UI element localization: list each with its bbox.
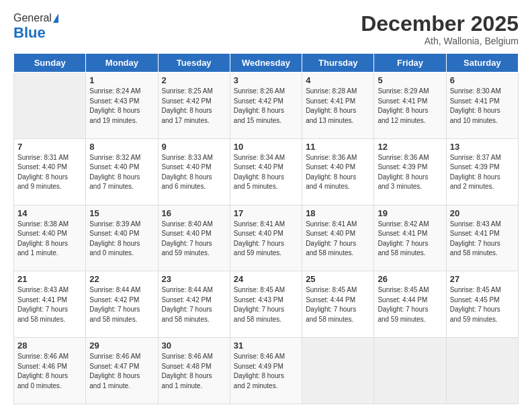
day-number: 29 [89,340,154,351]
day-info: Sunrise: 8:28 AM Sunset: 4:41 PM Dayligh… [306,87,370,126]
header: General Blue December 2025 Ath, Wallonia… [13,12,519,46]
day-info: Sunrise: 8:45 AM Sunset: 4:43 PM Dayligh… [234,285,298,324]
calendar-cell: 8Sunrise: 8:32 AM Sunset: 4:40 PM Daylig… [86,138,158,205]
day-info: Sunrise: 8:42 AM Sunset: 4:41 PM Dayligh… [378,220,442,259]
calendar-cell: 1Sunrise: 8:24 AM Sunset: 4:43 PM Daylig… [86,73,158,139]
calendar-cell: 20Sunrise: 8:43 AM Sunset: 4:41 PM Dayli… [446,205,518,271]
day-info: Sunrise: 8:39 AM Sunset: 4:40 PM Dayligh… [89,220,154,259]
calendar-cell [446,338,518,404]
day-info: Sunrise: 8:41 AM Sunset: 4:40 PM Dayligh… [234,220,298,259]
calendar-cell: 28Sunrise: 8:46 AM Sunset: 4:46 PM Dayli… [14,338,86,404]
calendar-cell: 2Sunrise: 8:25 AM Sunset: 4:42 PM Daylig… [158,73,230,139]
calendar-cell: 26Sunrise: 8:45 AM Sunset: 4:44 PM Dayli… [374,271,446,338]
day-info: Sunrise: 8:38 AM Sunset: 4:40 PM Dayligh… [17,220,82,259]
calendar-cell: 16Sunrise: 8:40 AM Sunset: 4:40 PM Dayli… [158,205,230,271]
calendar-cell: 31Sunrise: 8:46 AM Sunset: 4:49 PM Dayli… [230,338,302,404]
title-section: December 2025 Ath, Wallonia, Belgium [361,12,519,46]
calendar-cell [302,338,374,404]
calendar-cell [374,338,446,404]
day-number: 12 [378,142,442,152]
day-number: 27 [450,274,515,284]
day-info: Sunrise: 8:24 AM Sunset: 4:43 PM Dayligh… [89,87,154,126]
calendar-cell: 4Sunrise: 8:28 AM Sunset: 4:41 PM Daylig… [302,73,374,139]
day-info: Sunrise: 8:33 AM Sunset: 4:40 PM Dayligh… [162,153,226,192]
day-info: Sunrise: 8:41 AM Sunset: 4:40 PM Dayligh… [306,220,370,259]
day-info: Sunrise: 8:26 AM Sunset: 4:42 PM Dayligh… [234,87,298,126]
calendar-cell: 22Sunrise: 8:44 AM Sunset: 4:42 PM Dayli… [86,271,158,338]
calendar-cell: 24Sunrise: 8:45 AM Sunset: 4:43 PM Dayli… [230,271,302,338]
day-number: 10 [234,142,298,152]
day-info: Sunrise: 8:45 AM Sunset: 4:45 PM Dayligh… [450,285,515,324]
logo-triangle-icon [53,13,58,23]
calendar-table: SundayMondayTuesdayWednesdayThursdayFrid… [13,53,519,404]
calendar-cell: 17Sunrise: 8:41 AM Sunset: 4:40 PM Dayli… [230,205,302,271]
day-number: 16 [162,208,226,218]
calendar-cell: 6Sunrise: 8:30 AM Sunset: 4:41 PM Daylig… [446,73,518,139]
logo-blue-text: Blue [13,24,46,42]
location: Ath, Wallonia, Belgium [361,36,519,46]
day-info: Sunrise: 8:45 AM Sunset: 4:44 PM Dayligh… [378,285,442,324]
calendar-cell: 12Sunrise: 8:36 AM Sunset: 4:39 PM Dayli… [374,138,446,205]
day-info: Sunrise: 8:46 AM Sunset: 4:48 PM Dayligh… [162,352,226,391]
calendar-week-2: 7Sunrise: 8:31 AM Sunset: 4:40 PM Daylig… [14,138,519,205]
day-number: 26 [378,274,442,284]
calendar-cell: 14Sunrise: 8:38 AM Sunset: 4:40 PM Dayli… [14,205,86,271]
calendar-cell: 9Sunrise: 8:33 AM Sunset: 4:40 PM Daylig… [158,138,230,205]
weekday-header-wednesday: Wednesday [230,54,302,73]
calendar-cell: 5Sunrise: 8:29 AM Sunset: 4:41 PM Daylig… [374,73,446,139]
day-number: 6 [450,75,515,85]
calendar-cell: 23Sunrise: 8:44 AM Sunset: 4:42 PM Dayli… [158,271,230,338]
day-number: 13 [450,142,515,152]
day-number: 28 [17,340,82,351]
day-info: Sunrise: 8:46 AM Sunset: 4:46 PM Dayligh… [17,352,82,391]
day-info: Sunrise: 8:29 AM Sunset: 4:41 PM Dayligh… [378,87,442,126]
weekday-header-saturday: Saturday [446,54,518,73]
day-info: Sunrise: 8:43 AM Sunset: 4:41 PM Dayligh… [450,220,515,259]
calendar-cell: 7Sunrise: 8:31 AM Sunset: 4:40 PM Daylig… [14,138,86,205]
weekday-header-row: SundayMondayTuesdayWednesdayThursdayFrid… [14,54,519,73]
calendar-cell: 21Sunrise: 8:43 AM Sunset: 4:41 PM Dayli… [14,271,86,338]
day-info: Sunrise: 8:25 AM Sunset: 4:42 PM Dayligh… [162,87,226,126]
day-info: Sunrise: 8:44 AM Sunset: 4:42 PM Dayligh… [89,285,154,324]
calendar-cell: 29Sunrise: 8:46 AM Sunset: 4:47 PM Dayli… [86,338,158,404]
calendar-cell: 13Sunrise: 8:37 AM Sunset: 4:39 PM Dayli… [446,138,518,205]
calendar-week-1: 1Sunrise: 8:24 AM Sunset: 4:43 PM Daylig… [14,73,519,139]
day-info: Sunrise: 8:37 AM Sunset: 4:39 PM Dayligh… [450,153,515,192]
day-info: Sunrise: 8:46 AM Sunset: 4:47 PM Dayligh… [89,352,154,391]
day-info: Sunrise: 8:43 AM Sunset: 4:41 PM Dayligh… [17,285,82,324]
day-number: 15 [89,208,154,218]
page: General Blue December 2025 Ath, Wallonia… [0,0,532,411]
day-number: 22 [89,274,154,284]
day-info: Sunrise: 8:44 AM Sunset: 4:42 PM Dayligh… [162,285,226,324]
day-number: 1 [89,75,154,85]
day-info: Sunrise: 8:46 AM Sunset: 4:49 PM Dayligh… [234,352,298,391]
day-number: 17 [234,208,298,218]
calendar-cell: 3Sunrise: 8:26 AM Sunset: 4:42 PM Daylig… [230,73,302,139]
day-number: 21 [17,274,82,284]
day-info: Sunrise: 8:40 AM Sunset: 4:40 PM Dayligh… [162,220,226,259]
calendar-cell: 19Sunrise: 8:42 AM Sunset: 4:41 PM Dayli… [374,205,446,271]
day-number: 14 [17,208,82,218]
day-number: 20 [450,208,515,218]
day-number: 5 [378,75,442,85]
month-title: December 2025 [361,12,519,36]
day-number: 19 [378,208,442,218]
day-number: 4 [306,75,370,85]
calendar-week-5: 28Sunrise: 8:46 AM Sunset: 4:46 PM Dayli… [14,338,519,404]
weekday-header-thursday: Thursday [302,54,374,73]
day-info: Sunrise: 8:34 AM Sunset: 4:40 PM Dayligh… [234,153,298,192]
calendar-cell: 15Sunrise: 8:39 AM Sunset: 4:40 PM Dayli… [86,205,158,271]
logo-general-text: General [13,12,52,24]
calendar-week-3: 14Sunrise: 8:38 AM Sunset: 4:40 PM Dayli… [14,205,519,271]
day-number: 18 [306,208,370,218]
day-number: 24 [234,274,298,284]
day-number: 3 [234,75,298,85]
calendar-cell: 11Sunrise: 8:36 AM Sunset: 4:40 PM Dayli… [302,138,374,205]
weekday-header-monday: Monday [86,54,158,73]
day-number: 31 [234,340,298,351]
day-number: 30 [162,340,226,351]
day-number: 9 [162,142,226,152]
day-info: Sunrise: 8:36 AM Sunset: 4:39 PM Dayligh… [378,153,442,192]
calendar-cell: 25Sunrise: 8:45 AM Sunset: 4:44 PM Dayli… [302,271,374,338]
day-info: Sunrise: 8:32 AM Sunset: 4:40 PM Dayligh… [89,153,154,192]
